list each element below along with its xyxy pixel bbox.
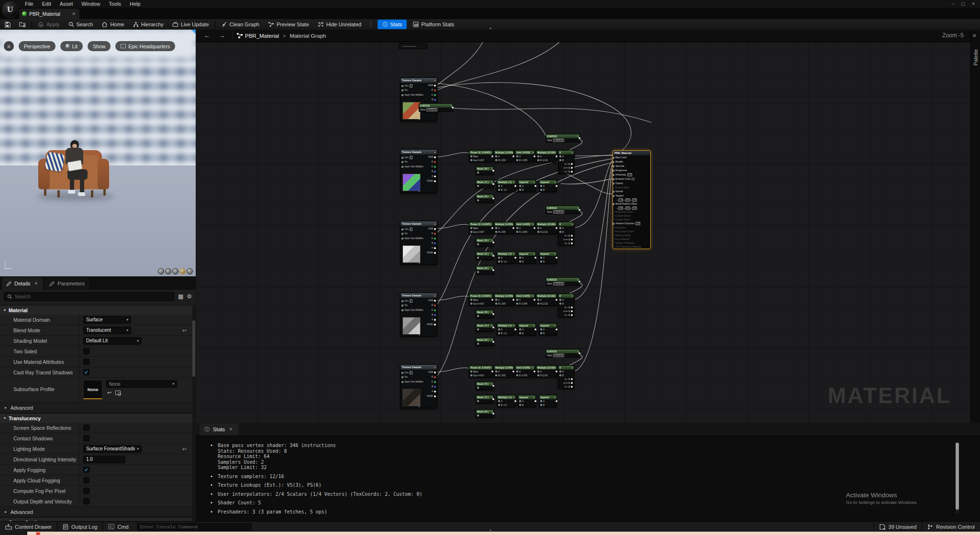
- input-pin[interactable]: [519, 257, 521, 259]
- input-pin[interactable]: [537, 371, 539, 372]
- collapse-icon[interactable]: ▾: [555, 253, 556, 255]
- output-pin[interactable]: [434, 395, 436, 397]
- output-pin[interactable]: [571, 239, 573, 240]
- perspective-button[interactable]: Perspective: [19, 41, 56, 51]
- input-pin[interactable]: [519, 404, 521, 406]
- checkbox[interactable]: [83, 348, 89, 354]
- preview-plane-button[interactable]: [172, 268, 178, 274]
- math-node[interactable]: Multiply (-1)▾AB -1.0: [497, 323, 516, 336]
- output-pin[interactable]: [434, 175, 436, 177]
- checkbox[interactable]: [83, 477, 89, 483]
- input-pin[interactable]: [519, 332, 521, 334]
- checkbox[interactable]: [83, 498, 89, 504]
- input-pin[interactable]: [540, 189, 542, 191]
- section-header[interactable]: ▾Material: [0, 305, 192, 315]
- collapse-icon[interactable]: ▾: [512, 223, 513, 226]
- expand-icon[interactable]: ▾: [419, 333, 420, 336]
- checkbox[interactable]: ✓: [83, 467, 89, 473]
- number-input[interactable]: 1.0: [83, 456, 125, 463]
- input-pin[interactable]: [516, 371, 518, 372]
- math-node[interactable]: Mask ( B )▾: [476, 194, 494, 203]
- input-pin[interactable]: [612, 161, 614, 163]
- input-pin[interactable]: [495, 303, 497, 305]
- output-pin[interactable]: [434, 305, 436, 306]
- input-pin[interactable]: [516, 159, 518, 161]
- details-search-input[interactable]: [15, 294, 171, 299]
- collapse-icon[interactable]: ▾: [533, 223, 534, 226]
- expand-icon[interactable]: ▾: [419, 405, 420, 408]
- math-node[interactable]: Mask ( R )▾: [476, 382, 494, 390]
- checkbox[interactable]: [83, 359, 89, 365]
- settings-gear-icon[interactable]: ⚙: [187, 293, 192, 300]
- input-pin[interactable]: [612, 227, 614, 229]
- output-pin[interactable]: [434, 252, 436, 254]
- collapse-icon[interactable]: ▾: [555, 223, 556, 226]
- texture-sample-node[interactable]: Texture Sample▴UVs0TexApply View MipBias…: [400, 364, 437, 408]
- output-pin[interactable]: [434, 309, 436, 311]
- input-pin[interactable]: [516, 231, 518, 233]
- output-pin[interactable]: [556, 185, 557, 187]
- math-node[interactable]: Mask ( G )▾: [476, 180, 494, 188]
- input-pin[interactable]: [477, 315, 479, 317]
- toolbar-overflow-icon[interactable]: ⋮: [366, 22, 376, 28]
- menu-help[interactable]: Help: [126, 1, 145, 7]
- platform-stats-button[interactable]: Platform Stats: [409, 19, 458, 30]
- input-pin[interactable]: [401, 300, 403, 302]
- display-filter-icon[interactable]: ▦: [178, 293, 183, 300]
- constant-node[interactable]: 0.003131▾Value0.003131: [419, 103, 453, 112]
- unreal-logo-icon[interactable]: U: [2, 1, 18, 18]
- output-pin[interactable]: [434, 242, 436, 244]
- input-pin[interactable]: [498, 404, 500, 406]
- input-pin[interactable]: [612, 191, 614, 193]
- input-pin[interactable]: [516, 227, 518, 229]
- input-pin[interactable]: [612, 178, 614, 180]
- breadcrumb-root[interactable]: PBR_Material: [245, 33, 279, 39]
- output-pin[interactable]: [434, 166, 436, 168]
- expand-icon[interactable]: ▾: [419, 262, 420, 264]
- texture-sample-node[interactable]: Texture Sample▴UVs0TexApply View MipBias…: [400, 77, 437, 121]
- input-pin[interactable]: [540, 400, 542, 402]
- math-node[interactable]: Append▾AB: [539, 180, 557, 192]
- output-pin[interactable]: [434, 238, 436, 240]
- input-pin[interactable]: [612, 157, 614, 159]
- show-button[interactable]: Show: [88, 41, 111, 51]
- cmd-button[interactable]: >_ Cmd ▾: [103, 522, 134, 532]
- input-pin[interactable]: [612, 203, 614, 205]
- tab-details[interactable]: Details ✕: [2, 277, 43, 290]
- reset-icon[interactable]: ↩: [182, 446, 187, 452]
- input-pin[interactable]: [559, 231, 561, 233]
- input-pin[interactable]: [470, 231, 472, 233]
- checkbox[interactable]: ✓: [83, 369, 89, 375]
- input-pin[interactable]: [559, 303, 561, 305]
- output-pin[interactable]: [492, 413, 494, 415]
- output-pin[interactable]: [434, 324, 436, 326]
- output-pin[interactable]: [571, 171, 573, 173]
- checkbox[interactable]: [83, 435, 89, 441]
- maximize-icon[interactable]: ▢: [961, 1, 965, 6]
- output-pin[interactable]: [514, 328, 516, 330]
- math-node[interactable]: Mask ( B )▾: [476, 338, 494, 346]
- output-pin[interactable]: [571, 306, 573, 308]
- section-header[interactable]: ▾Group Sorting: [0, 517, 192, 521]
- output-pin[interactable]: [556, 371, 557, 372]
- output-pin[interactable]: [434, 156, 436, 158]
- input-pin[interactable]: [477, 199, 479, 201]
- math-node[interactable]: Append▾AB: [539, 323, 557, 336]
- output-pin[interactable]: [512, 227, 514, 229]
- input-pin[interactable]: [401, 161, 403, 163]
- output-pin[interactable]: [434, 247, 436, 249]
- output-pin[interactable]: [512, 155, 514, 157]
- collapse-icon[interactable]: ▾: [572, 367, 573, 369]
- input-pin[interactable]: [516, 155, 518, 157]
- math-node[interactable]: Append▾AB: [518, 395, 536, 407]
- input-pin[interactable]: [401, 305, 403, 306]
- input-pin[interactable]: [516, 374, 518, 376]
- browse-icon[interactable]: [115, 391, 121, 395]
- tab-pbr-material[interactable]: PBR_Material ✕: [19, 9, 79, 19]
- input-pin[interactable]: [401, 89, 403, 91]
- input-pin[interactable]: [470, 299, 472, 301]
- collapse-icon[interactable]: ▾: [512, 367, 513, 369]
- output-pin[interactable]: [492, 313, 494, 315]
- console-command-input[interactable]: [140, 524, 248, 529]
- output-pin[interactable]: [556, 257, 557, 259]
